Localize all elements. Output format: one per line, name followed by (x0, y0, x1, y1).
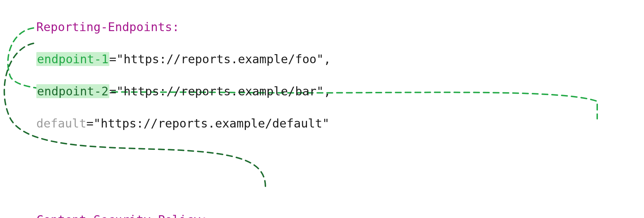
trail-0: , (324, 52, 331, 66)
endpoint-2-url: "https://reports.example/bar" (116, 84, 324, 98)
eq-1: = (109, 84, 116, 98)
eq-2: = (86, 116, 93, 130)
endpoint-1-url: "https://reports.example/foo" (116, 52, 324, 66)
code-block: Reporting-Endpoints: endpoint-1="https:/… (36, 3, 460, 218)
endpoint-1-key: endpoint-1 (36, 52, 109, 66)
default-key: default (36, 116, 86, 130)
endpoint-2-key: endpoint-2 (36, 84, 109, 98)
eq-0: = (109, 52, 116, 66)
default-url: "https://reports.example/default" (94, 116, 330, 130)
trail-1: , (324, 84, 331, 98)
reporting-endpoints-header: Reporting-Endpoints: (36, 20, 179, 34)
csp-header: Content-Security-Policy: (36, 213, 208, 218)
